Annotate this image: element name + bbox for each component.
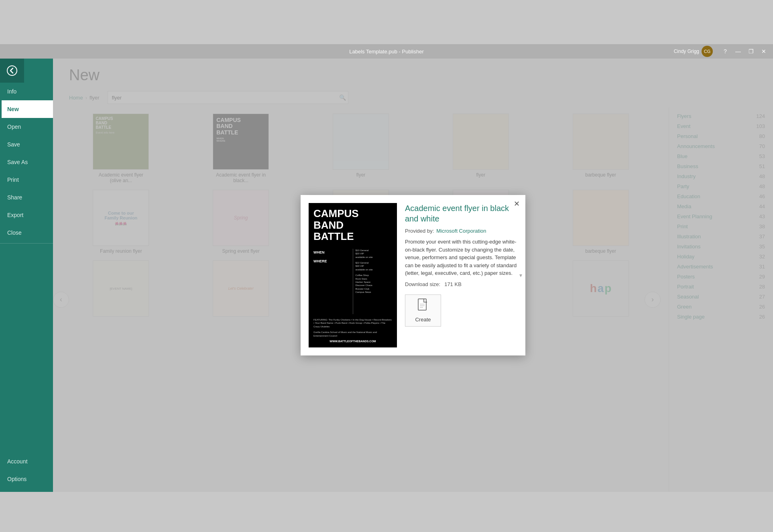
- modal-body: CAMPUS BAND BATTLE WHEN WHERE: [301, 195, 525, 355]
- sidebar-item-label: Print: [7, 177, 19, 183]
- svg-point-0: [7, 66, 17, 75]
- sidebar-nav: Info New Open Save Save As Print: [0, 83, 53, 492]
- modal-preview: CAMPUS BAND BATTLE WHEN WHERE: [309, 203, 397, 347]
- back-button[interactable]: [0, 59, 24, 83]
- modal-dialog: ✕ CAMPUS BAND BATTLE: [301, 195, 525, 355]
- sidebar: Info New Open Save Save As Print: [0, 59, 53, 492]
- provider-name: Microsoft Corporation: [436, 228, 486, 234]
- title-bar: Labels Template.pub - Publisher Cindy Gr…: [0, 44, 773, 59]
- svg-rect-1: [418, 299, 426, 310]
- download-size-value: 171 KB: [444, 281, 462, 287]
- minimize-button[interactable]: —: [733, 47, 743, 56]
- sidebar-item-label: Options: [7, 476, 26, 482]
- sidebar-item-new[interactable]: New: [0, 100, 53, 118]
- preview-title: CAMPUS BAND BATTLE: [313, 208, 392, 242]
- modal-close-button[interactable]: ✕: [511, 198, 522, 209]
- sidebar-item-info[interactable]: Info: [0, 83, 53, 100]
- main-area: Info New Open Save Save As Print: [0, 59, 773, 492]
- user-avatar: CG: [702, 46, 713, 57]
- sidebar-item-label: Save As: [7, 159, 28, 165]
- sidebar-item-account[interactable]: Account: [0, 453, 53, 470]
- sidebar-item-label: Save: [7, 141, 20, 148]
- sidebar-item-label: Share: [7, 194, 22, 201]
- sidebar-item-label: Account: [7, 458, 28, 465]
- sidebar-item-save-as[interactable]: Save As: [0, 153, 53, 171]
- username-label: Cindy Grigg: [674, 49, 699, 54]
- sidebar-item-save[interactable]: Save: [0, 136, 53, 153]
- modal-title: Academic event flyer in black and white: [405, 203, 517, 224]
- sidebar-item-open[interactable]: Open: [0, 118, 53, 136]
- sidebar-item-label: Info: [7, 88, 16, 95]
- sidebar-item-label: Open: [7, 124, 21, 130]
- modal-preview-image: CAMPUS BAND BATTLE WHEN WHERE: [309, 203, 397, 347]
- sidebar-item-label: Close: [7, 229, 22, 236]
- sidebar-item-share[interactable]: Share: [0, 189, 53, 206]
- sidebar-item-label: Export: [7, 212, 23, 218]
- content-area: New Home › flyer 🔍: [53, 59, 773, 492]
- download-size: Download size: 171 KB: [405, 281, 517, 287]
- user-info: Cindy Grigg CG: [674, 46, 713, 57]
- sidebar-item-label: New: [7, 106, 19, 112]
- create-label: Create: [415, 317, 431, 323]
- sidebar-divider: [0, 243, 53, 244]
- sidebar-item-close[interactable]: Close: [0, 224, 53, 242]
- scroll-indicator: ▾: [519, 272, 522, 278]
- sidebar-item-options[interactable]: Options: [0, 470, 53, 488]
- provider-label: Provided by:: [405, 228, 434, 234]
- sidebar-item-print[interactable]: Print: [0, 171, 53, 189]
- app-window: Labels Template.pub - Publisher Cindy Gr…: [0, 44, 773, 492]
- sidebar-bottom: Account Options: [0, 453, 53, 488]
- close-button[interactable]: ✕: [759, 47, 769, 56]
- help-button[interactable]: ?: [720, 47, 730, 56]
- modal-description: Promote your event with this cutting-edg…: [405, 238, 517, 277]
- create-file-icon: [417, 298, 429, 314]
- download-size-label: Download size:: [405, 281, 440, 287]
- create-button[interactable]: Create: [405, 294, 441, 327]
- restore-button[interactable]: ❐: [746, 47, 756, 56]
- modal-overlay: ✕ CAMPUS BAND BATTLE: [53, 59, 773, 492]
- sidebar-item-export[interactable]: Export: [0, 206, 53, 224]
- modal-info: Academic event flyer in black and white …: [405, 203, 517, 347]
- window-title: Labels Template.pub - Publisher: [349, 49, 424, 55]
- modal-provider: Provided by: Microsoft Corporation: [405, 228, 517, 234]
